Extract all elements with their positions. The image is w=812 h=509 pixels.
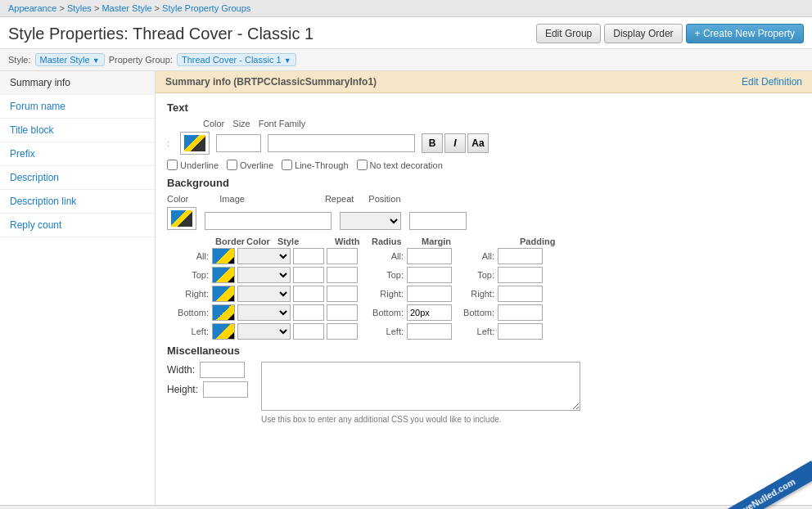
overline-checkbox-label[interactable]: Overline xyxy=(227,160,273,170)
color-header: Color xyxy=(243,236,274,246)
font-family-label: Font Family xyxy=(259,119,305,128)
bg-repeat-select[interactable] xyxy=(340,212,401,230)
border-all-width[interactable] xyxy=(293,248,324,264)
bg-color-swatch[interactable] xyxy=(167,207,196,230)
border-bottom-color[interactable] xyxy=(212,304,235,321)
border-rows: All: All: All: Top: xyxy=(167,248,801,340)
border-left-width[interactable] xyxy=(293,323,324,340)
width-label: Width: xyxy=(167,364,195,376)
bg-image-input[interactable] xyxy=(205,212,332,230)
margin-top-input[interactable] xyxy=(407,267,452,283)
underline-checkbox[interactable] xyxy=(167,160,178,170)
border-right-style[interactable] xyxy=(237,286,291,302)
border-all-color[interactable] xyxy=(212,248,235,264)
text-color-swatch[interactable] xyxy=(180,132,210,155)
css-hint: Use this box to enter any additional CSS… xyxy=(261,415,580,424)
border-header: Border xyxy=(212,236,243,246)
create-new-property-button[interactable]: + Create New Property xyxy=(686,24,804,43)
padding-bottom-input[interactable] xyxy=(498,304,543,321)
border-row-bottom: Bottom: Bottom: 20px Bottom: xyxy=(167,304,801,321)
bg-repeat-label: Repeat xyxy=(325,194,354,204)
format-buttons: B I Aa xyxy=(422,133,489,153)
breadcrumb: Appearance > Styles > Master Style > Sty… xyxy=(0,0,812,17)
padding-right-input[interactable] xyxy=(498,286,543,302)
padding-header: Padding xyxy=(503,236,585,246)
width-input[interactable] xyxy=(200,362,245,378)
border-row-right: Right: Right: Right: xyxy=(167,286,801,302)
padding-top-input[interactable] xyxy=(498,267,543,283)
border-left-color[interactable] xyxy=(212,323,235,340)
aa-button[interactable]: Aa xyxy=(467,133,489,153)
prop-group-value[interactable]: Thread Cover - Classic 1 ▼ xyxy=(177,53,296,66)
border-right-radius[interactable] xyxy=(327,286,358,302)
sidebar-item-description[interactable]: Description xyxy=(0,166,155,190)
height-input[interactable] xyxy=(203,381,248,398)
misc-dimensions: Width: Height: xyxy=(167,362,248,401)
bg-position-input[interactable] xyxy=(409,212,467,230)
sidebar-item-forum-name[interactable]: Forum name xyxy=(0,95,155,119)
edit-group-button[interactable]: Edit Group xyxy=(536,24,601,43)
bold-button[interactable]: B xyxy=(422,133,443,153)
border-top-style[interactable] xyxy=(237,267,291,283)
margin-right-input[interactable] xyxy=(407,286,452,302)
italic-button[interactable]: I xyxy=(444,133,466,153)
border-left-style[interactable] xyxy=(237,323,291,340)
border-right-width[interactable] xyxy=(293,286,324,302)
sidebar-item-summary-info[interactable]: Summary info xyxy=(0,71,155,95)
sidebar-item-description-link[interactable]: Description link xyxy=(0,190,155,214)
margin-left-input[interactable] xyxy=(407,323,452,340)
section-header: Summary info (BRTPCClassicSummaryInfo1) … xyxy=(156,71,812,93)
sidebar-item-prefix[interactable]: Prefix xyxy=(0,142,155,166)
style-value[interactable]: Master Style ▼ xyxy=(35,53,105,66)
border-top-color[interactable] xyxy=(212,267,235,283)
border-right-color[interactable] xyxy=(212,286,235,302)
no-decoration-checkbox-label[interactable]: No text decoration xyxy=(357,160,443,170)
height-row: Height: xyxy=(167,381,248,398)
edit-definition-link[interactable]: Edit Definition xyxy=(742,76,802,88)
border-all-style[interactable] xyxy=(237,248,291,264)
border-bottom-width[interactable] xyxy=(293,304,324,321)
width-header: Width xyxy=(332,236,368,246)
breadcrumb-master-style[interactable]: Master Style xyxy=(102,3,151,13)
display-order-button[interactable]: Display Order xyxy=(604,24,682,43)
text-section-title: Text xyxy=(167,101,801,114)
text-font-family-input[interactable] xyxy=(268,134,415,152)
style-header: Style xyxy=(274,236,332,246)
border-bottom-style[interactable] xyxy=(237,304,291,321)
border-row-top: Top: Top: Top: xyxy=(167,267,801,283)
padding-all-input[interactable] xyxy=(498,248,543,264)
misc-section: Miscellaneous Width: Height: xyxy=(167,345,801,424)
inner-content: Text Color Size Font Family : xyxy=(156,93,812,432)
border-top-width[interactable] xyxy=(293,267,324,283)
border-row-all: All: All: All: xyxy=(167,248,801,264)
text-decoration-row: Underline Overline Line-Through No text … xyxy=(167,160,801,170)
border-left-radius[interactable] xyxy=(327,323,358,340)
bg-image-label: Image xyxy=(219,194,245,204)
breadcrumb-styles[interactable]: Styles xyxy=(67,3,92,13)
header-buttons: Edit Group Display Order + Create New Pr… xyxy=(536,24,804,43)
overline-checkbox[interactable] xyxy=(227,160,237,170)
border-row-left: Left: Left: Left: xyxy=(167,323,801,340)
no-decoration-checkbox[interactable] xyxy=(357,160,368,170)
misc-css-area: Use this box to enter any additional CSS… xyxy=(261,362,580,424)
border-top-radius[interactable] xyxy=(327,267,358,283)
underline-checkbox-label[interactable]: Underline xyxy=(167,160,219,170)
bg-color-label: Color xyxy=(167,194,188,204)
sidebar-item-reply-count[interactable]: Reply count xyxy=(0,214,155,237)
border-bottom-radius[interactable] xyxy=(327,304,358,321)
border-all-radius[interactable] xyxy=(327,248,358,264)
page-header: Style Properties: Thread Cover - Classic… xyxy=(0,17,812,49)
color-label: Color xyxy=(203,119,224,128)
breadcrumb-appearance[interactable]: Appearance xyxy=(8,3,56,13)
text-size-input[interactable] xyxy=(216,134,261,152)
css-textarea[interactable] xyxy=(261,362,580,411)
linethrough-checkbox-label[interactable]: Line-Through xyxy=(282,160,348,170)
margin-all-input[interactable] xyxy=(407,248,452,264)
sidebar-item-title-block[interactable]: Title block xyxy=(0,119,155,142)
style-label: Style: xyxy=(8,55,31,65)
breadcrumb-property-groups[interactable]: Style Property Groups xyxy=(162,3,250,13)
content-area: Summary info (BRTPCClassicSummaryInfo1) … xyxy=(156,71,812,505)
padding-left-input[interactable] xyxy=(498,323,543,340)
margin-bottom-input[interactable]: 20px xyxy=(407,304,452,321)
linethrough-checkbox[interactable] xyxy=(282,160,292,170)
